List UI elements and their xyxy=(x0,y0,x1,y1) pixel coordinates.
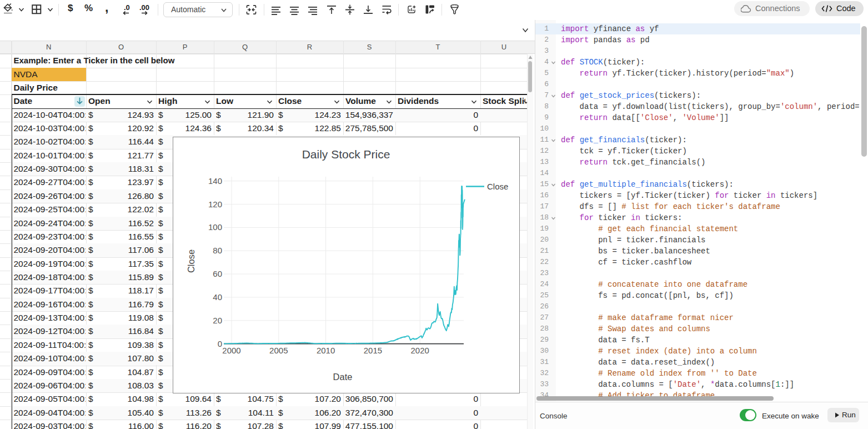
svg-text:140: 140 xyxy=(208,176,222,186)
svg-text:100: 100 xyxy=(208,222,222,232)
svg-text:2015: 2015 xyxy=(364,346,382,355)
svg-text:40: 40 xyxy=(213,292,222,302)
svg-text:120: 120 xyxy=(208,199,222,209)
svg-text:Close: Close xyxy=(186,250,196,273)
svg-text:.00: .00 xyxy=(139,4,149,12)
svg-text:20: 20 xyxy=(213,316,222,325)
svg-text:2010: 2010 xyxy=(317,346,335,355)
svg-text:Daily Stock Price: Daily Stock Price xyxy=(302,148,390,161)
svg-text:2005: 2005 xyxy=(269,346,288,355)
svg-text:60: 60 xyxy=(213,269,222,278)
svg-text:2000: 2000 xyxy=(222,346,240,355)
svg-text:Close: Close xyxy=(487,182,508,191)
svg-text:0: 0 xyxy=(218,339,222,348)
svg-text:.0: .0 xyxy=(124,4,130,12)
svg-text:Date: Date xyxy=(333,372,353,382)
svg-text:80: 80 xyxy=(213,246,222,255)
svg-text:2020: 2020 xyxy=(411,346,429,355)
